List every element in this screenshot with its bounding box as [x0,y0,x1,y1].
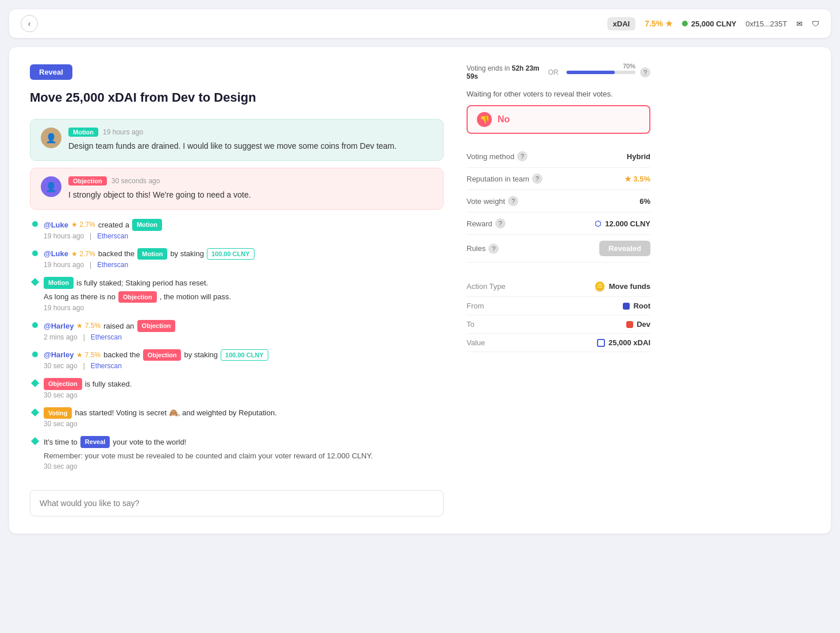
network-badge[interactable]: xDAI [607,17,636,30]
header-right: xDAI 7.5% ★ 25,000 CLNY 0xf15...235T ✉ 🛡 [607,17,819,30]
feed-user[interactable]: @Harley [44,349,74,361]
objection-tag: Objection [143,349,182,361]
left-panel: Reveal Move 25,000 xDAI from Dev to Desi… [30,64,444,516]
feed-user[interactable]: @Luke [44,248,68,260]
objection-tag: Objection [44,378,82,390]
wallet-address[interactable]: 0xf15...235T [746,20,787,28]
feed-dot [32,250,38,256]
back-button[interactable]: ‹ [21,15,38,32]
bubble-time: 19 hours ago [103,128,143,136]
help-icon[interactable]: ? [640,67,650,78]
chat-input[interactable] [30,490,444,516]
action-type-label: Action Type [467,282,506,291]
feed-rep: ★ 7.5% [76,321,101,331]
feed-time: 30 sec ago [44,391,78,399]
bubble-text: Design team funds are drained. I would l… [68,140,396,152]
etherscan-link[interactable]: Etherscan [91,362,122,370]
action-type-row: Action Type 🪙 Move funds [467,276,650,297]
vote-weight-help[interactable]: ? [508,196,518,206]
vote-weight-value: 6% [639,197,650,206]
action-section: Action Type 🪙 Move funds From Root To [467,276,650,352]
reward-label: Reward [467,219,492,228]
feed-dot [32,221,38,227]
feed-item: Objection is fully staked. 30 sec ago [30,378,444,399]
feed-dot [32,322,38,328]
voting-method-value: Hybrid [627,152,650,161]
feed-time: 19 hours ago [44,232,84,240]
reputation-row: Reputation in team ? ★ 3.5% [467,168,650,190]
feed-item: @Luke ★ 2.7% backed the Motion by stakin… [30,248,444,269]
to-label: To [467,320,475,329]
feed-time: 19 hours ago [44,261,84,269]
objection-tag: Objection [137,320,176,332]
header: ‹ xDAI 7.5% ★ 25,000 CLNY 0xf15...235T ✉… [9,9,831,38]
feed-rep: ★ 2.7% [71,249,95,259]
reputation-value: ★ 3.5% [625,175,650,183]
feed-user[interactable]: @Luke [44,219,68,231]
clny-balance: 25,000 CLNY [682,20,737,28]
feed-item: @Harley ★ 7.5% raised an Objection 2 min… [30,320,444,341]
feed-item: @Luke ★ 2.7% created a Motion 19 hours a… [30,219,444,240]
vote-weight-row: Vote weight ? 6% [467,190,650,213]
feed-item: Motion is fully staked; Staking period h… [30,277,444,312]
to-value: Dev [626,320,650,329]
feed-item: Voting has started! Voting is secret 🙈, … [30,407,444,429]
avatar-icon[interactable]: 🛡 [812,20,819,28]
feed-diamond [31,379,39,387]
feed-rep: ★ 7.5% [76,350,101,360]
mail-icon[interactable]: ✉ [796,20,803,28]
from-row: From Root [467,297,650,315]
progress-percent: 70% [623,63,635,70]
voting-method-help[interactable]: ? [517,151,527,161]
to-row: To Dev [467,315,650,334]
voting-method-label: Voting method [467,152,514,161]
to-color-dot [626,321,633,328]
reward-value: ⬡ 12.000 CLNY [595,219,650,228]
vote-weight-label: Vote weight [467,197,505,206]
voting-method-row: Voting method ? Hybrid [467,145,650,168]
action-type-value: 🪙 Move funds [594,281,650,292]
voting-timer: Voting ends in 52h 23m 59s [467,64,540,80]
motion-tag: Motion [132,219,162,231]
feed-time: 30 sec ago [44,462,78,470]
objection-tag: Objection [118,291,157,303]
move-funds-icon: 🪙 [594,281,606,292]
reputation-label: Reputation in team [467,175,529,183]
from-value: Root [623,302,650,310]
voting-tag: Voting [44,407,72,419]
reveal-button[interactable]: Reveal [30,64,72,80]
progress-bar-container: 70% [567,71,635,74]
reputation-help[interactable]: ? [532,173,542,184]
feed-user[interactable]: @Harley [44,321,74,332]
feed-diamond [31,278,39,286]
progress-bar [567,71,635,74]
or-label: OR [548,68,558,76]
header-left: ‹ [21,15,38,32]
clny-dot [682,21,688,26]
avatar: 👤 [41,176,61,197]
motion-chat-bubble: 👤 Motion 19 hours ago Design team funds … [30,119,444,161]
rules-label: Rules [467,244,485,253]
etherscan-link[interactable]: Etherscan [97,261,128,269]
rules-row: Rules ? Revealed [467,235,650,263]
voting-header-row: Voting ends in 52h 23m 59s OR 70% ? [467,64,650,80]
back-icon: ‹ [28,19,31,28]
etherscan-link[interactable]: Etherscan [97,232,128,240]
bubble-text: I strongly object to this! We're going t… [68,189,251,201]
reward-help[interactable]: ? [495,218,506,229]
motion-tag: Motion [137,248,167,260]
feed-time: 30 sec ago [44,420,78,428]
objection-chat-bubble: 👤 Objection 30 seconds ago I strongly ob… [30,168,444,210]
revealed-button[interactable]: Revealed [599,241,650,256]
rules-help[interactable]: ? [488,244,499,254]
feed-diamond [31,437,39,445]
percent-badge: 7.5% ★ [645,19,673,28]
feed-time: 19 hours ago [44,304,84,312]
etherscan-link[interactable]: Etherscan [91,333,122,341]
motion-tag: Motion [44,277,74,289]
reveal-tag: Reveal [80,436,110,448]
staking-badge: 100.00 CLNY [207,248,255,260]
page-title: Move 25,000 xDAI from Dev to Design [30,90,444,105]
vote-result-box: 👎 No [467,105,650,134]
progress-fill [567,71,615,74]
